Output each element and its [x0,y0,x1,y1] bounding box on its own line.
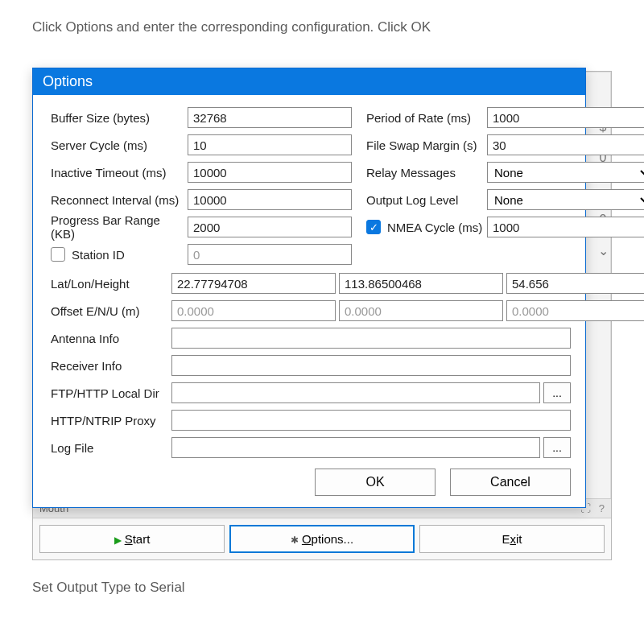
antenna-info-label: Antenna Info [51,332,171,345]
log-file-input[interactable] [171,437,540,458]
options-dialog: Options Buffer Size (bytes) Server Cycle… [32,68,586,508]
play-icon: ▶ [114,535,122,546]
dialog-title: Options [33,68,585,95]
lat-input[interactable] [171,273,336,294]
offset-label: Offset E/N/U (m) [51,304,171,318]
latlon-label: Lat/Lon/Height [51,277,171,291]
ftp-dir-browse-button[interactable]: ... [543,382,571,403]
proxy-label: HTTP/NTRIP Proxy [51,414,171,427]
buffer-size-input[interactable] [188,107,352,128]
reconnect-interval-input[interactable] [188,189,352,210]
reconnect-interval-label: Reconnect Interval (ms) [51,193,188,207]
progress-bar-range-label: Progress Bar Range (KB) [51,213,188,241]
ok-button[interactable]: OK [315,469,436,496]
period-rate-input[interactable] [487,107,644,128]
station-id-label: Station ID [72,248,125,262]
cancel-button[interactable]: Cancel [450,469,571,496]
nmea-cycle-label: NMEA Cycle (ms) [387,221,482,234]
ftp-dir-label: FTP/HTTP Local Dir [51,386,171,400]
log-file-browse-button[interactable]: ... [543,437,571,458]
lon-input[interactable] [339,273,503,294]
inactive-timeout-input[interactable] [188,162,352,183]
log-file-label: Log File [51,441,171,455]
ftp-dir-input[interactable] [171,382,540,403]
offset-n-input[interactable] [339,300,503,321]
antenna-info-input[interactable] [171,328,571,349]
station-id-input[interactable] [188,244,352,265]
start-button[interactable]: ▶SStarttart [39,525,225,553]
caption-top: Click Options and enter the correspondin… [32,19,612,35]
caption-bottom: Set Output Type to Serial [32,580,185,596]
nmea-cycle-input[interactable] [487,217,644,237]
output-log-label: Output Log Level [366,193,487,207]
receiver-info-input[interactable] [171,355,571,376]
inactive-timeout-label: Inactive Timeout (ms) [51,166,188,180]
relay-messages-select[interactable]: None [487,162,644,183]
server-cycle-input[interactable] [188,134,352,155]
gear-icon: ✱ [291,535,299,546]
progress-bar-range-input[interactable] [188,217,352,237]
nmea-cycle-checkbox[interactable]: ✓ [366,220,381,234]
bg-button-bar: ▶SStarttart ✱Options...Options... ExitEx… [33,518,611,559]
relay-messages-label: Relay Messages [366,166,487,180]
proxy-input[interactable] [171,410,571,431]
height-input[interactable] [506,273,644,294]
exit-button[interactable]: ExitExit [419,525,605,553]
offset-e-input[interactable] [171,300,336,321]
file-swap-input[interactable] [487,134,644,155]
help-icon[interactable]: ? [599,502,605,514]
offset-u-input[interactable] [506,300,644,321]
buffer-size-label: Buffer Size (bytes) [51,111,188,125]
output-log-select[interactable]: None [487,189,644,210]
file-swap-label: File Swap Margin (s) [366,138,487,152]
options-button[interactable]: ✱Options...Options... [229,525,415,553]
server-cycle-label: Server Cycle (ms) [51,138,188,152]
receiver-info-label: Receiver Info [51,359,171,373]
period-rate-label: Period of Rate (ms) [366,111,487,125]
station-id-checkbox[interactable] [51,247,65,262]
